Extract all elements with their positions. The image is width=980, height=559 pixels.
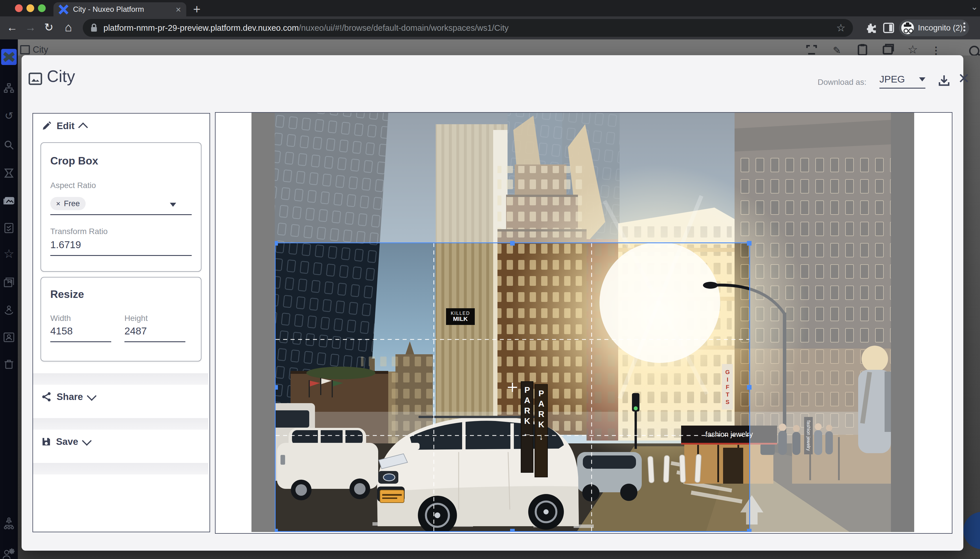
width-input[interactable]: 4158	[50, 325, 73, 337]
favorite-star-icon: ☆	[907, 43, 918, 56]
crop-handle-n[interactable]	[510, 241, 515, 246]
aspect-underline	[50, 214, 192, 215]
crop-outside-overlay	[750, 242, 891, 532]
browser-tab[interactable]: City - Nuxeo Platform ×	[53, 2, 186, 17]
book-icon	[882, 43, 894, 55]
crop-guide-line	[591, 243, 592, 531]
close-window-button[interactable]	[15, 4, 23, 12]
image-canvas-panel: PARK ← PARK ↓ KILLED MILK fashion jewelr…	[215, 112, 952, 534]
more-menu-icon: ⋮	[931, 45, 941, 56]
browser-tab-strip: City - Nuxeo Platform × + ⌄	[0, 0, 980, 17]
crop-handle-e[interactable]	[747, 385, 752, 390]
minimize-window-button[interactable]	[26, 4, 34, 12]
maximize-window-button[interactable]	[38, 4, 46, 12]
profile-card-icon[interactable]	[0, 332, 18, 344]
aspect-ratio-chip[interactable]: × Free	[50, 197, 86, 210]
save-icon	[42, 437, 51, 446]
assets-icon[interactable]	[0, 195, 18, 207]
nuxeo-favicon	[59, 5, 68, 14]
incognito-badge: Incognito (2)	[899, 20, 969, 36]
crop-guide-line	[276, 339, 749, 340]
lock-icon	[90, 23, 98, 33]
reload-button[interactable]: ↻	[41, 20, 56, 35]
search-icon[interactable]	[0, 139, 18, 152]
save-section-toggle[interactable]: Save	[42, 436, 90, 447]
chip-remove-icon[interactable]: ×	[56, 199, 60, 208]
crop-handle-nw[interactable]	[275, 241, 278, 246]
side-panel-icon[interactable]	[883, 22, 894, 34]
crop-box-title: Crop Box	[50, 155, 98, 167]
share-label: Share	[57, 391, 83, 402]
edit-pen-icon: ✎	[833, 45, 841, 56]
history-icon[interactable]: ↺	[0, 111, 18, 121]
city-photo: PARK ← PARK ↓ KILLED MILK fashion jewelr…	[275, 113, 891, 532]
edit-panel: Edit Crop Box Aspect Ratio × Free Transf…	[33, 113, 210, 532]
new-tab-button[interactable]: +	[193, 3, 201, 15]
chevron-down-icon	[87, 391, 97, 401]
height-underline	[124, 341, 185, 342]
edit-section-toggle[interactable]: Edit	[42, 121, 86, 131]
browse-icon[interactable]	[0, 83, 18, 94]
share-icon	[42, 392, 51, 402]
height-input[interactable]: 2487	[124, 325, 147, 337]
search-icon	[969, 46, 980, 56]
close-button[interactable]: ✕	[958, 71, 970, 86]
extensions-icon[interactable]	[865, 22, 877, 34]
transform-ratio-input[interactable]: 1.6719	[50, 239, 81, 250]
share-section-toggle[interactable]: Share	[42, 391, 95, 402]
favorites-icon[interactable]: ☆	[0, 249, 18, 259]
collections-icon[interactable]	[0, 277, 18, 289]
tab-title: City - Nuxeo Platform	[73, 5, 173, 14]
nuxeo-sidebar: ↺ ☆	[0, 40, 18, 559]
section-separator	[33, 463, 208, 475]
aspect-ratio-label: Aspect Ratio	[50, 181, 96, 190]
back-button[interactable]: ←	[5, 20, 20, 35]
document-icon	[20, 45, 30, 55]
trash-icon[interactable]	[0, 359, 18, 370]
assistant-fab	[964, 512, 980, 549]
dimmed-text-fragment	[820, 554, 897, 559]
pencil-icon	[42, 121, 51, 131]
aspect-dropdown-icon[interactable]	[170, 203, 176, 207]
canvas-margin	[251, 113, 275, 532]
address-bar[interactable]: platform-nmm-pr-29-preview.platform.dev.…	[83, 19, 853, 37]
page-title-dimmed: City	[33, 45, 48, 55]
tab-overflow-icon[interactable]: ⌄	[971, 2, 978, 12]
section-separator	[33, 373, 208, 385]
personal-space-icon[interactable]	[0, 304, 18, 317]
administration-icon[interactable]	[0, 517, 18, 531]
width-underline	[50, 341, 111, 342]
crop-outside-overlay	[275, 113, 891, 242]
workflow-hourglass-icon[interactable]	[0, 168, 18, 180]
chevron-up-icon	[78, 122, 88, 132]
format-value: JPEG	[879, 74, 905, 85]
crop-handle-s[interactable]	[510, 529, 515, 532]
screen: City - Nuxeo Platform × + ⌄ ← → ↻ ⌂ plat…	[0, 0, 980, 559]
user-settings-icon[interactable]	[0, 548, 18, 559]
resize-card: Resize Width 4158 Height 2487	[41, 277, 201, 361]
forward-button[interactable]: →	[23, 20, 38, 35]
home-button[interactable]: ⌂	[61, 20, 76, 35]
bookmark-star-icon[interactable]: ☆	[836, 22, 845, 34]
browser-toolbar: ← → ↻ ⌂ platform-nmm-pr-29-preview.platf…	[0, 17, 980, 40]
download-button[interactable]	[937, 74, 951, 88]
width-label: Width	[50, 314, 71, 323]
crop-box-region[interactable]	[275, 242, 750, 532]
crop-handle-sw[interactable]	[275, 529, 278, 532]
modal-title: City	[47, 67, 75, 86]
browser-menu-icon[interactable]	[964, 21, 965, 33]
tab-close-icon[interactable]: ×	[176, 5, 181, 14]
dimmed-text-fragment	[135, 554, 207, 559]
edit-label: Edit	[57, 121, 74, 131]
nuxeo-logo[interactable]	[1, 49, 16, 65]
format-select[interactable]: JPEG	[879, 74, 926, 89]
crop-handle-ne[interactable]	[747, 241, 752, 246]
tasks-icon[interactable]	[0, 222, 18, 235]
crop-guide-line	[276, 435, 749, 436]
resize-icon	[806, 44, 817, 56]
height-label: Height	[124, 314, 148, 323]
crop-handle-w[interactable]	[275, 385, 278, 390]
crop-handle-se[interactable]	[747, 529, 752, 532]
crop-guide-line	[433, 243, 434, 531]
crop-box-card: Crop Box Aspect Ratio × Free Transform R…	[41, 142, 201, 272]
